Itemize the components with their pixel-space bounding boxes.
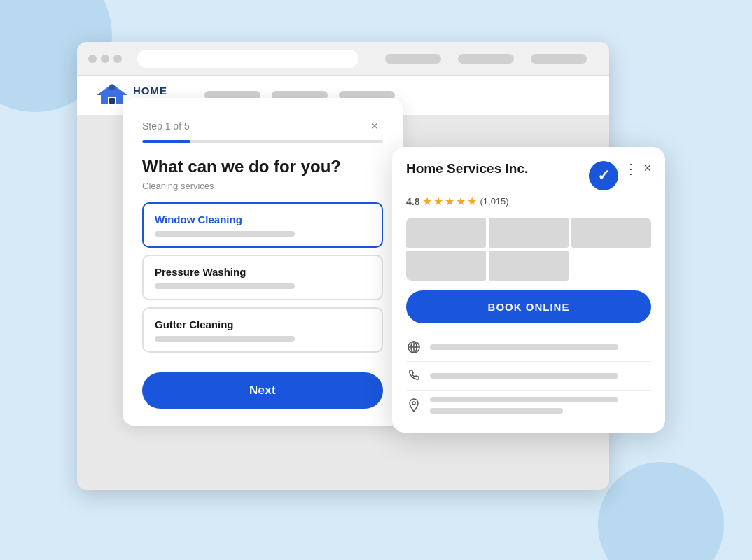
- browser-dots: [88, 55, 122, 63]
- nav-pill-2: [458, 54, 514, 64]
- browser-address-bar[interactable]: [137, 50, 358, 68]
- star-5-half: ★: [467, 195, 477, 208]
- nav-pill-1: [385, 54, 441, 64]
- step-label: Step 1 of 5: [142, 120, 190, 132]
- biz-image-2: [489, 218, 569, 248]
- star-3: ★: [445, 195, 454, 208]
- browser-nav-placeholder: [374, 54, 598, 64]
- form-close-button[interactable]: ×: [366, 118, 383, 134]
- next-button[interactable]: Next: [142, 372, 383, 409]
- book-online-button[interactable]: BOOK ONLINE: [406, 290, 651, 323]
- biz-info-address-lines: [430, 397, 651, 414]
- star-2: ★: [433, 195, 443, 208]
- biz-image-3: [571, 218, 651, 248]
- service-option-bar: [155, 284, 295, 289]
- biz-header: Home Services Inc. ✓ ⋮ ×: [406, 161, 651, 190]
- biz-close-button[interactable]: ×: [643, 161, 651, 176]
- star-1: ★: [422, 195, 432, 208]
- biz-rating: 4.8 ★ ★ ★ ★ ★ (1,015): [406, 195, 651, 208]
- biz-image-1: [406, 218, 486, 248]
- service-option-gutter-cleaning[interactable]: Gutter Cleaning: [142, 307, 383, 353]
- service-option-name: Gutter Cleaning: [155, 318, 370, 330]
- svg-rect-2: [109, 85, 115, 90]
- biz-info-line-3a: [430, 397, 618, 402]
- biz-info-line-3b: [430, 408, 563, 414]
- form-title: What can we do for you?: [142, 157, 383, 176]
- biz-verified-badge: ✓: [589, 161, 618, 190]
- bg-decoration-br: [598, 462, 724, 560]
- biz-info-website-lines: [430, 344, 651, 350]
- browser-dot-1: [88, 55, 97, 63]
- biz-image-4: [406, 251, 486, 281]
- svg-rect-1: [109, 98, 115, 104]
- biz-rating-score: 4.8: [406, 196, 419, 207]
- progress-bar-fill: [142, 140, 190, 143]
- phone-icon: [406, 368, 422, 384]
- service-option-bar: [155, 336, 295, 342]
- svg-point-7: [412, 402, 415, 405]
- service-option-window-cleaning[interactable]: Window Cleaning: [142, 202, 383, 248]
- biz-name: Home Services Inc.: [406, 161, 582, 176]
- browser-toolbar: [77, 42, 609, 76]
- biz-more-button[interactable]: ⋮: [624, 162, 638, 176]
- browser-dot-3: [113, 55, 122, 63]
- biz-image-grid: [406, 218, 651, 281]
- biz-image-5: [489, 251, 569, 281]
- nav-pill-3: [531, 54, 587, 64]
- location-pin-icon: [406, 398, 422, 413]
- biz-header-actions: ⋮ ×: [624, 161, 651, 176]
- biz-info-row-address[interactable]: [406, 391, 651, 420]
- biz-review-count: (1,015): [480, 196, 508, 206]
- form-subtitle: Cleaning services: [142, 181, 383, 191]
- service-option-name: Window Cleaning: [155, 214, 370, 225]
- biz-info-row-phone[interactable]: [406, 362, 651, 391]
- biz-info-row-website[interactable]: [406, 333, 651, 362]
- logo-home-text: HOME: [133, 85, 179, 97]
- service-option-name: Pressure Washing: [155, 266, 370, 278]
- verified-check-icon: ✓: [597, 167, 610, 185]
- globe-icon: [406, 340, 422, 355]
- biz-info-line-2: [430, 373, 618, 379]
- progress-bar-track: [142, 140, 383, 143]
- biz-stars: ★ ★ ★ ★ ★: [422, 195, 477, 208]
- business-card: Home Services Inc. ✓ ⋮ × 4.8 ★ ★ ★ ★ ★ (…: [392, 147, 665, 433]
- biz-info-phone-lines: [430, 373, 651, 379]
- star-4: ★: [456, 195, 466, 208]
- service-option-pressure-washing[interactable]: Pressure Washing: [142, 255, 383, 300]
- browser-dot-2: [101, 55, 109, 63]
- biz-info-line-1: [430, 344, 618, 350]
- service-option-bar: [155, 231, 295, 237]
- step-header: Step 1 of 5 ×: [142, 118, 383, 134]
- form-card: Step 1 of 5 × What can we do for you? Cl…: [123, 98, 403, 426]
